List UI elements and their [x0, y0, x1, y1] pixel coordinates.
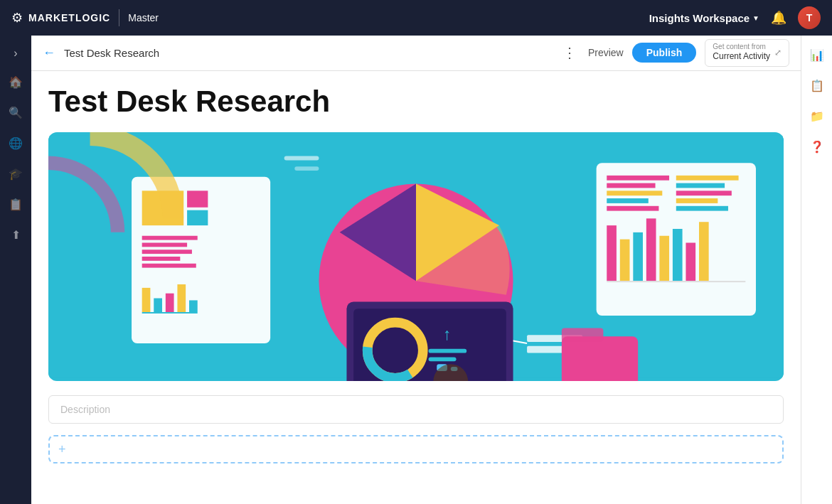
svg-rect-50 [562, 328, 604, 343]
sidebar-search-icon[interactable]: 🔍 [0, 99, 31, 127]
sub-header-actions: ⋮ Preview Publish Get content from Curre… [560, 39, 789, 67]
svg-rect-5 [142, 236, 198, 240]
svg-rect-15 [142, 312, 198, 313]
svg-rect-39 [607, 281, 745, 282]
left-sidebar: › 🏠 🔍 🌐 🎓 📋 ⬆ [0, 36, 31, 504]
sidebar-globe-icon[interactable]: 🌐 [0, 129, 31, 157]
svg-rect-28 [676, 191, 732, 196]
svg-text:↑: ↑ [443, 325, 452, 343]
svg-rect-4 [187, 210, 208, 225]
right-sidebar-help-icon[interactable]: ❓ [801, 133, 832, 161]
right-sidebar-stack-icon[interactable]: 📁 [801, 102, 832, 130]
logo-icon: ⚙ [11, 10, 23, 26]
page-title: Test Desk Research [64, 47, 551, 59]
svg-rect-7 [142, 250, 192, 254]
svg-rect-27 [676, 183, 725, 188]
current-activity-main-label: Current Activity [713, 50, 770, 63]
svg-rect-31 [607, 225, 617, 281]
svg-rect-53 [284, 156, 319, 161]
svg-rect-32 [620, 240, 630, 282]
sub-header: ← Test Desk Research ⋮ Preview Publish G… [31, 36, 801, 71]
svg-rect-35 [659, 236, 669, 281]
svg-rect-38 [699, 222, 709, 281]
back-button[interactable]: ← [43, 45, 55, 60]
svg-rect-12 [166, 294, 174, 312]
svg-rect-54 [294, 166, 319, 171]
nav-divider [119, 9, 119, 26]
current-activity-top-label: Get content from [713, 43, 770, 50]
svg-rect-9 [142, 264, 196, 268]
svg-rect-23 [607, 191, 662, 196]
svg-rect-25 [607, 206, 658, 211]
svg-rect-45 [429, 349, 467, 353]
avatar[interactable]: T [798, 6, 821, 29]
nav-right: Insights Workspace ▼ 🔔 T [649, 6, 821, 29]
notification-icon[interactable]: 🔔 [771, 10, 786, 26]
sidebar-document-icon[interactable]: 📋 [0, 191, 31, 218]
svg-rect-29 [676, 198, 718, 203]
add-content-icon: + [58, 442, 66, 457]
right-sidebar-chart-icon[interactable]: 📊 [801, 41, 832, 69]
workspace-caret-icon: ▼ [752, 14, 759, 22]
more-options-button[interactable]: ⋮ [560, 41, 580, 64]
right-sidebar: 📊 📋 📁 ❓ [801, 36, 832, 504]
svg-rect-3 [187, 191, 208, 208]
page-heading[interactable]: Test Desk Research [48, 85, 784, 118]
description-field[interactable]: Description [48, 395, 784, 424]
sidebar-learn-icon[interactable]: 🎓 [0, 160, 31, 188]
logo-text: MARKETLOGIC [28, 12, 110, 23]
svg-rect-49 [562, 336, 638, 381]
workspace-button[interactable]: Insights Workspace ▼ [649, 12, 759, 24]
svg-rect-11 [154, 299, 162, 313]
current-activity-text: Get content from Current Activity [713, 43, 770, 63]
svg-rect-21 [607, 176, 669, 181]
add-content-area[interactable]: + [48, 435, 784, 463]
workspace-label: Insights Workspace [649, 12, 750, 24]
svg-rect-30 [676, 206, 728, 211]
svg-rect-22 [607, 183, 655, 188]
svg-rect-36 [673, 229, 683, 281]
svg-rect-10 [142, 288, 151, 312]
main-layout: › 🏠 🔍 🌐 🎓 📋 ⬆ ← Test Desk Research ⋮ Pre… [0, 36, 832, 504]
svg-rect-6 [142, 243, 187, 247]
top-navigation: ⚙ MARKETLOGIC Master Insights Workspace … [0, 0, 832, 36]
hero-image: ↑ [48, 132, 784, 381]
sidebar-home-icon[interactable]: 🏠 [0, 68, 31, 96]
svg-rect-14 [189, 301, 198, 313]
svg-rect-46 [429, 358, 457, 362]
sidebar-toggle-button[interactable]: › [0, 41, 31, 65]
publish-button[interactable]: Publish [632, 43, 697, 63]
svg-rect-8 [142, 257, 181, 261]
current-activity-button[interactable]: Get content from Current Activity ⤢ [705, 39, 789, 67]
svg-rect-26 [676, 176, 739, 181]
right-sidebar-doc-icon[interactable]: 📋 [801, 72, 832, 100]
preview-button[interactable]: Preview [588, 47, 624, 58]
svg-rect-33 [633, 232, 643, 281]
logo-area: ⚙ MARKETLOGIC [11, 10, 110, 26]
content-area: ← Test Desk Research ⋮ Preview Publish G… [31, 36, 801, 504]
master-label: Master [128, 12, 159, 23]
nav-left: ⚙ MARKETLOGIC Master [11, 9, 159, 26]
svg-rect-34 [646, 219, 656, 282]
current-activity-expand-icon: ⤢ [774, 48, 782, 58]
description-placeholder: Description [60, 404, 110, 415]
sidebar-upload-icon[interactable]: ⬆ [0, 221, 31, 249]
svg-rect-13 [177, 284, 186, 312]
svg-rect-37 [686, 243, 695, 282]
page-content: Test Desk Research [31, 71, 801, 504]
svg-rect-24 [607, 198, 649, 203]
